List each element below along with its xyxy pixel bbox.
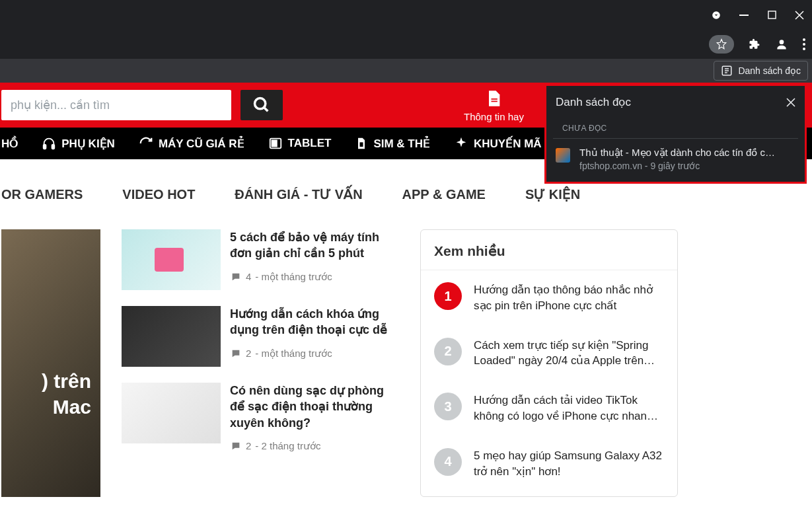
svg-point-11 <box>255 98 266 109</box>
rank-badge: 1 <box>434 282 462 310</box>
header-link-info[interactable]: Thông tin hay <box>464 89 524 122</box>
nav-km[interactable]: KHUYẾN MÃ <box>454 136 542 151</box>
reading-item-meta: fptshop.com.vn - 9 giây trước <box>579 161 791 171</box>
nav-tablet[interactable]: TABLET <box>268 136 332 151</box>
reading-list-button[interactable]: Danh sách đọc <box>714 61 808 81</box>
article-list: 5 cách để bảo vệ máy tính đơn giản chỉ c… <box>122 229 399 497</box>
article-thumb <box>122 306 221 367</box>
popover-close-icon[interactable] <box>786 98 795 107</box>
featured-image[interactable]: ) trênMac <box>1 229 100 497</box>
cat-review[interactable]: ĐÁNH GIÁ - TƯ VẤN <box>235 186 362 202</box>
popular-item[interactable]: 2Cách xem trực tiếp sự kiện "Spring Load… <box>421 326 677 381</box>
svg-point-3 <box>780 40 784 44</box>
nav-maycu[interactable]: MÁY CŨ GIÁ RẺ <box>139 136 244 151</box>
cat-video[interactable]: VIDEO HOT <box>122 187 195 202</box>
cat-gamers[interactable]: OR GAMERS <box>1 187 83 202</box>
maximize-icon[interactable] <box>767 11 776 20</box>
popular-item[interactable]: 45 mẹo hay giúp Samsung Galaxy A32 trở n… <box>421 436 677 492</box>
svg-rect-13 <box>492 98 498 100</box>
svg-point-4 <box>803 38 805 41</box>
article-meta: 4 - một tháng trước <box>230 271 399 283</box>
bookmark-bar: Danh sách đọc <box>0 59 812 83</box>
cat-app[interactable]: APP & GAME <box>402 187 486 202</box>
favicon-icon <box>556 148 570 163</box>
extensions-icon[interactable] <box>749 38 760 50</box>
refresh-icon <box>139 136 153 151</box>
article-item[interactable]: 5 cách để bảo vệ máy tính đơn giản chỉ c… <box>122 229 399 290</box>
article-thumb <box>122 229 221 290</box>
popular-item[interactable]: 3Hướng dẫn cách tải video TikTok không c… <box>421 381 677 436</box>
popular-sidebar: Xem nhiều 1Hướng dẫn tạo thông báo nhắc … <box>420 229 678 497</box>
article-meta: 2 - một tháng trước <box>230 348 399 360</box>
svg-line-12 <box>264 108 268 112</box>
article-thumb <box>122 383 221 443</box>
popular-title: Xem nhiều <box>421 230 677 270</box>
reading-list-popover: Danh sách đọc CHƯA ĐỌC Thủ thuật - Mẹo v… <box>544 84 807 184</box>
svg-point-5 <box>803 43 805 46</box>
sparkle-icon <box>454 136 468 151</box>
sim-icon <box>355 136 368 151</box>
nav-sim[interactable]: SIM & THẺ <box>355 136 430 151</box>
profile-icon[interactable] <box>775 38 788 51</box>
tablet-icon <box>268 136 283 151</box>
nav-phukien[interactable]: PHỤ KIỆN <box>42 136 115 151</box>
article-title: Hướng dẫn cách khóa ứng dụng trên điện t… <box>230 306 399 338</box>
svg-rect-16 <box>52 145 55 149</box>
minimize-icon[interactable] <box>739 11 749 20</box>
popular-item[interactable]: 1Hướng dẫn tạo thông báo nhắc nhở sạc pi… <box>421 270 677 326</box>
svg-rect-1 <box>739 15 749 16</box>
bookmark-star-icon[interactable] <box>709 35 734 54</box>
comment-icon <box>230 441 242 451</box>
svg-rect-14 <box>492 100 498 102</box>
reading-list-item[interactable]: Thủ thuật - Mẹo vặt dành cho các tín đồ … <box>546 139 805 171</box>
rank-badge: 2 <box>434 338 462 365</box>
svg-rect-18 <box>272 140 276 146</box>
article-meta: 2 - 2 tháng trước <box>230 440 399 452</box>
document-icon <box>484 89 503 108</box>
menu-kebab-icon[interactable] <box>803 38 805 50</box>
browser-toolbar <box>0 30 812 59</box>
headphone-icon <box>42 136 56 151</box>
popover-title: Danh sách đọc <box>556 95 631 109</box>
rank-badge: 3 <box>434 393 462 420</box>
svg-rect-19 <box>360 142 363 147</box>
comment-icon <box>230 348 242 359</box>
article-item[interactable]: Có nên dùng sạc dự phòng để sạc điện tho… <box>122 383 399 452</box>
search-input[interactable] <box>1 90 231 120</box>
svg-rect-2 <box>768 11 775 19</box>
svg-point-6 <box>803 48 805 50</box>
main-content: ) trênMac 5 cách để bảo vệ máy tính đơn … <box>0 229 812 497</box>
search-button[interactable] <box>240 90 283 120</box>
window-titlebar <box>0 0 812 30</box>
article-item[interactable]: Hướng dẫn cách khóa ứng dụng trên điện t… <box>122 306 399 367</box>
reading-list-label: Danh sách đọc <box>738 65 801 76</box>
article-title: Có nên dùng sạc dự phòng để sạc điện tho… <box>230 383 399 431</box>
comment-icon <box>230 272 242 282</box>
dropdown-icon[interactable] <box>712 11 721 20</box>
popover-section-label: CHƯA ĐỌC <box>553 114 798 139</box>
close-icon[interactable] <box>795 11 804 20</box>
nav-ho[interactable]: HỒ <box>1 137 18 151</box>
svg-rect-15 <box>44 145 46 149</box>
article-title: 5 cách để bảo vệ máy tính đơn giản chỉ c… <box>230 229 399 262</box>
cat-event[interactable]: SỰ KIỆN <box>525 186 580 202</box>
rank-badge: 4 <box>434 448 462 476</box>
reading-item-title: Thủ thuật - Mẹo vặt dành cho các tín đồ … <box>579 147 791 159</box>
